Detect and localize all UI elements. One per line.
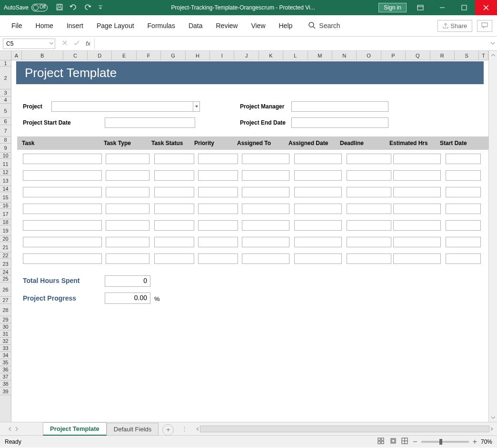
table-cell[interactable] <box>106 204 149 214</box>
undo-icon[interactable] <box>70 4 77 12</box>
table-cell[interactable] <box>294 187 342 197</box>
table-cell[interactable] <box>294 170 342 181</box>
row-header[interactable]: 7 <box>0 125 11 136</box>
select-all-cell[interactable] <box>0 51 11 60</box>
tab-view[interactable]: View <box>244 17 272 34</box>
column-header[interactable]: Q <box>406 51 430 60</box>
sheet-tab-default-fields[interactable]: Default Fields <box>107 423 159 436</box>
column-header[interactable]: K <box>259 51 283 60</box>
row-header[interactable]: 15 <box>0 192 11 203</box>
row-header[interactable]: 21 <box>0 242 11 253</box>
sheet-nav[interactable] <box>3 426 24 432</box>
row-header[interactable]: 2 <box>0 67 11 89</box>
ribbon-display-button[interactable] <box>409 0 431 15</box>
row-header[interactable]: 35 <box>0 359 11 366</box>
tell-me-search[interactable]: Search <box>308 22 340 29</box>
table-cell[interactable] <box>242 204 289 214</box>
scroll-up-icon[interactable] <box>489 51 497 59</box>
table-cell[interactable] <box>446 187 481 197</box>
row-header[interactable]: 34 <box>0 352 11 359</box>
scroll-down-icon[interactable] <box>489 413 497 422</box>
qat-customize-icon[interactable] <box>98 4 103 11</box>
formula-input[interactable] <box>94 39 488 49</box>
table-cell[interactable] <box>154 187 194 197</box>
vertical-scrollbar[interactable] <box>488 51 497 422</box>
table-cell[interactable] <box>446 253 481 264</box>
table-cell[interactable] <box>446 220 481 231</box>
row-header[interactable]: 24 <box>0 269 11 275</box>
column-header[interactable]: G <box>161 51 185 60</box>
zoom-out-icon[interactable]: − <box>413 438 417 446</box>
table-cell[interactable] <box>347 220 391 231</box>
column-header[interactable]: C <box>63 51 88 60</box>
table-cell[interactable] <box>198 253 238 264</box>
row-header[interactable]: 13 <box>0 175 11 186</box>
tab-file[interactable]: File <box>5 17 29 34</box>
scroll-right-icon[interactable] <box>489 427 494 431</box>
table-cell[interactable] <box>23 187 102 197</box>
table-cell[interactable] <box>347 154 391 164</box>
table-cell[interactable] <box>393 187 441 197</box>
table-cell[interactable] <box>106 220 149 231</box>
table-cell[interactable] <box>393 237 441 247</box>
table-cell[interactable] <box>393 253 441 264</box>
table-cell[interactable] <box>393 170 441 181</box>
column-header[interactable]: T <box>479 51 488 60</box>
table-cell[interactable] <box>154 220 194 231</box>
fx-icon[interactable]: fx <box>86 40 90 47</box>
tab-help[interactable]: Help <box>272 17 299 34</box>
row-header[interactable]: 14 <box>0 186 11 192</box>
table-cell[interactable] <box>106 237 149 247</box>
table-cell[interactable] <box>23 204 102 214</box>
table-cell[interactable] <box>294 220 342 231</box>
table-cell[interactable] <box>198 170 238 181</box>
row-header[interactable]: 37 <box>0 373 11 380</box>
table-cell[interactable] <box>106 154 149 164</box>
new-sheet-button[interactable]: + <box>162 424 174 436</box>
column-header[interactable]: J <box>234 51 258 60</box>
table-cell[interactable] <box>198 237 238 247</box>
page-break-view-icon[interactable] <box>401 438 408 446</box>
column-header[interactable]: D <box>88 51 112 60</box>
row-header[interactable]: 32 <box>0 338 11 345</box>
table-cell[interactable] <box>23 253 102 264</box>
page-layout-view-icon[interactable] <box>390 438 397 446</box>
end-date-input[interactable] <box>291 117 388 128</box>
project-dropdown-icon[interactable] <box>193 101 200 112</box>
table-cell[interactable] <box>242 154 289 164</box>
row-header[interactable]: 4 <box>0 97 11 104</box>
row-header[interactable]: 23 <box>0 259 11 269</box>
table-cell[interactable] <box>294 253 342 264</box>
column-header[interactable]: H <box>186 51 210 60</box>
column-header[interactable]: F <box>137 51 161 60</box>
row-header[interactable]: 6 <box>0 118 11 125</box>
table-cell[interactable] <box>294 154 342 164</box>
zoom-in-icon[interactable]: + <box>473 438 477 446</box>
table-cell[interactable] <box>347 253 391 264</box>
row-header[interactable]: 18 <box>0 219 11 225</box>
row-header[interactable]: 30 <box>0 323 11 331</box>
table-cell[interactable] <box>106 187 149 197</box>
prev-sheet-icon[interactable] <box>8 426 12 432</box>
normal-view-icon[interactable] <box>378 438 385 446</box>
toggle-switch[interactable]: Off <box>31 4 48 11</box>
column-header[interactable]: P <box>381 51 406 60</box>
table-cell[interactable] <box>198 154 238 164</box>
table-cell[interactable] <box>347 170 391 181</box>
row-header[interactable]: 5 <box>0 104 11 118</box>
pm-input[interactable] <box>291 101 388 112</box>
row-header[interactable]: 26 <box>0 282 11 297</box>
table-cell[interactable] <box>242 237 289 247</box>
maximize-button[interactable] <box>453 0 475 15</box>
redo-icon[interactable] <box>84 4 91 12</box>
table-cell[interactable] <box>242 187 289 197</box>
sheet-tab-project-template[interactable]: Project Template <box>43 422 107 436</box>
column-header[interactable]: N <box>332 51 357 60</box>
table-cell[interactable] <box>446 170 481 181</box>
table-cell[interactable] <box>347 204 391 214</box>
row-header[interactable]: 27 <box>0 297 11 304</box>
project-input[interactable] <box>51 101 193 112</box>
tab-home[interactable]: Home <box>29 17 60 34</box>
enter-formula-icon[interactable] <box>73 40 80 47</box>
zoom-level[interactable]: 70% <box>481 438 492 445</box>
